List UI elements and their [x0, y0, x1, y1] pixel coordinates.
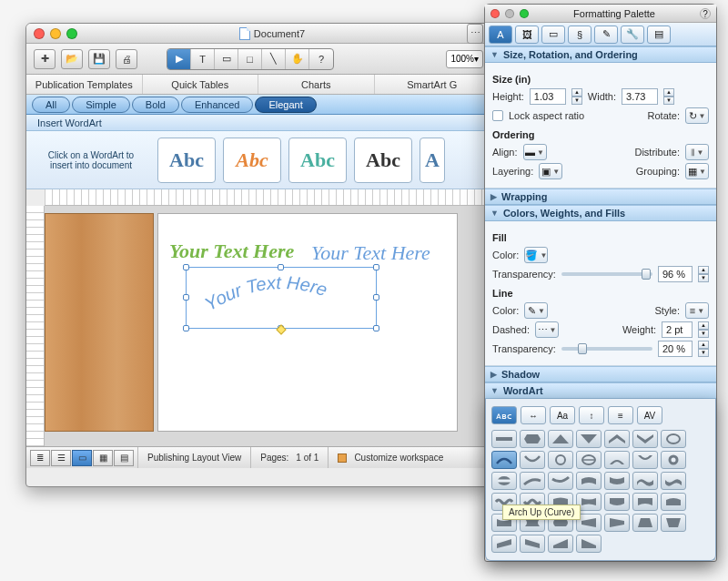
shape-chevron-up[interactable]	[604, 430, 630, 448]
line-color-button[interactable]: ✎▼	[524, 302, 548, 319]
customize-workspace-label[interactable]: Customize workspace	[354, 453, 443, 463]
shape-double-wave2[interactable]	[520, 493, 545, 511]
shape-fade-down[interactable]	[661, 514, 686, 532]
letter-spacing-button[interactable]: ↔	[521, 406, 546, 424]
width-field[interactable]: 3.73	[622, 88, 658, 105]
section-shadow-header[interactable]: ▶Shadow	[485, 366, 716, 382]
page[interactable]: Your Text Here Your Text Here Your Text …	[157, 213, 458, 432]
view-print[interactable]: ▦	[93, 450, 113, 466]
save-button[interactable]: 💾	[88, 49, 110, 69]
resize-handle[interactable]	[373, 325, 379, 331]
dashed-button[interactable]: ⋯▼	[535, 321, 559, 338]
shape-deflate-inflate[interactable]	[520, 514, 545, 532]
shape-inflate-top[interactable]	[661, 493, 686, 511]
view-draft[interactable]: ≣	[30, 450, 50, 466]
palette-tab-review[interactable]: ✎	[594, 25, 618, 44]
shape-double-wave1[interactable]	[491, 493, 517, 511]
palette-tab-tools[interactable]: 🔧	[621, 25, 644, 44]
shape-stop[interactable]	[520, 430, 545, 448]
palette-tab-font[interactable]: A	[489, 25, 512, 44]
shape-inflate[interactable]	[548, 493, 573, 511]
shape-slant-down[interactable]	[520, 535, 545, 553]
shape-inflate-bottom[interactable]	[604, 493, 630, 511]
tab-publication-templates[interactable]: Publication Templates	[26, 75, 143, 94]
align-button[interactable]: ▬▼	[523, 144, 547, 160]
shape-wave1[interactable]	[632, 472, 658, 490]
shape-deflate-top[interactable]	[491, 514, 517, 532]
zoom-icon[interactable]	[66, 28, 77, 39]
minimize-icon[interactable]	[50, 28, 61, 39]
document-scroll[interactable]: Your Text Here Your Text Here Your Text …	[45, 206, 490, 446]
shape-arch-down-pour[interactable]	[632, 451, 658, 469]
shape-fade-left[interactable]	[604, 514, 630, 532]
width-stepper[interactable]: ▲▼	[663, 88, 674, 105]
wordart-style-5[interactable]: A	[420, 138, 445, 183]
resize-handle[interactable]	[183, 294, 189, 301]
weight-stepper[interactable]: ▲▼	[698, 321, 709, 338]
shape-fade-right[interactable]	[576, 514, 602, 532]
char-rotate-button[interactable]: AV	[637, 406, 662, 424]
open-button[interactable]: 📂	[61, 49, 83, 69]
resize-handle[interactable]	[373, 264, 379, 270]
wordart-object-2[interactable]: Your Text Here	[311, 241, 430, 265]
filter-elegant[interactable]: Elegant	[255, 97, 316, 113]
line-transparency-stepper[interactable]: ▲▼	[698, 341, 709, 357]
wordart-object-1[interactable]: Your Text Here	[169, 240, 294, 263]
fill-transparency-field[interactable]: 96 %	[658, 266, 693, 282]
shape-chevron-down[interactable]	[632, 430, 658, 448]
palette-zoom-icon[interactable]	[520, 9, 529, 18]
rotate-button[interactable]: ↻▼	[685, 107, 709, 124]
height-field[interactable]: 1.03	[530, 88, 566, 105]
wordart-style-2[interactable]: Abc	[223, 138, 281, 183]
resize-handle[interactable]	[183, 325, 189, 331]
line-transparency-slider[interactable]	[561, 347, 652, 351]
lock-aspect-checkbox[interactable]	[492, 110, 503, 121]
new-button[interactable]: ✚	[34, 49, 56, 69]
vertical-ruler[interactable]	[26, 206, 45, 446]
shape-cascade-up[interactable]	[548, 535, 573, 553]
wordart-style-3[interactable]: Abc	[288, 138, 347, 183]
shape-triangle-down[interactable]	[576, 430, 602, 448]
height-stepper[interactable]: ▲▼	[571, 88, 582, 105]
palette-help-icon[interactable]: ?	[700, 8, 711, 19]
shape-deflate-bottom[interactable]	[632, 493, 658, 511]
palette-tab-object[interactable]: 🖼	[515, 25, 539, 44]
shape-inflate-deflate[interactable]	[548, 514, 573, 532]
print-button[interactable]: 🖨	[116, 49, 137, 69]
shape-button-curve[interactable]	[576, 451, 602, 469]
shape-can-down[interactable]	[604, 472, 630, 490]
tab-quick-tables[interactable]: Quick Tables	[143, 75, 259, 94]
section-size-header[interactable]: ▼Size, Rotation, and Ordering	[485, 46, 716, 63]
toolbar-toggle-button[interactable]: ⋯	[467, 24, 483, 44]
align-button[interactable]: ≡	[608, 406, 633, 424]
vertical-text-button[interactable]: ↕	[579, 406, 604, 424]
titlebar[interactable]: Document7 ⋯	[26, 24, 490, 44]
close-icon[interactable]	[34, 28, 45, 39]
view-publishing[interactable]: ▭	[72, 450, 92, 466]
shape-arch-up-pour[interactable]	[604, 451, 630, 469]
shape-circle-curve[interactable]	[548, 451, 573, 469]
resize-handle[interactable]	[373, 294, 379, 301]
distribute-button[interactable]: ⫴▼	[685, 144, 709, 160]
shape-can-up[interactable]	[576, 472, 602, 490]
shape-picker-button[interactable]: ᴀʙᴄ	[491, 406, 517, 424]
fill-color-button[interactable]: 🪣▼	[524, 247, 548, 263]
shape-arch-up-curve[interactable]	[491, 451, 517, 469]
weight-field[interactable]: 2 pt	[662, 321, 693, 338]
resize-handle[interactable]	[183, 264, 189, 270]
filter-simple[interactable]: Simple	[72, 97, 130, 113]
line-style-button[interactable]: ≡▼	[685, 302, 709, 319]
section-wordart-header[interactable]: ▼WordArt	[485, 382, 716, 399]
shape-circle-pour[interactable]	[661, 451, 686, 469]
shape-ring-inside[interactable]	[661, 430, 686, 448]
grouping-button[interactable]: ▦▼	[685, 163, 709, 179]
zoom-field[interactable]: 100% ▾	[446, 50, 483, 68]
fill-transparency-slider[interactable]	[561, 272, 652, 276]
help-tool[interactable]: ?	[309, 49, 333, 69]
filter-enhanced[interactable]: Enhanced	[181, 97, 254, 113]
section-wrapping-header[interactable]: ▶Wrapping	[485, 189, 716, 205]
shape-slant-up[interactable]	[491, 535, 517, 553]
palette-minimize-icon[interactable]	[505, 9, 514, 18]
palette-titlebar[interactable]: Formatting Palette ?	[485, 5, 716, 23]
filter-bold[interactable]: Bold	[132, 97, 179, 113]
